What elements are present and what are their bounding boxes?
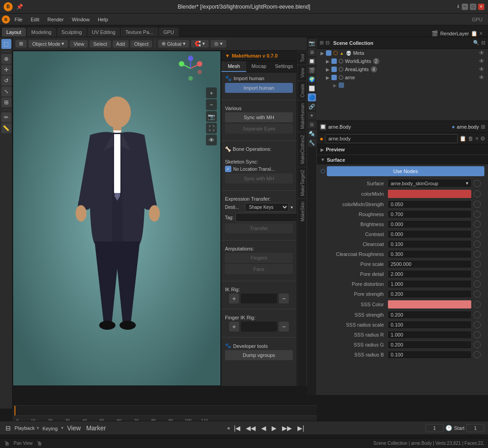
prop-sss-str-value[interactable]: 0.200 xyxy=(388,311,472,319)
side-tab-tool[interactable]: Tool xyxy=(297,51,306,65)
prop-pstr-value[interactable]: 0.200 xyxy=(388,290,472,298)
prop-colormixin-dot[interactable] xyxy=(474,190,481,198)
prop-brightness-dot[interactable] xyxy=(474,221,481,228)
marker-btn[interactable]: Marker xyxy=(84,424,108,433)
view-btn[interactable]: View xyxy=(70,40,88,48)
prop-contrast-dot[interactable] xyxy=(474,231,481,238)
close-button[interactable]: × xyxy=(478,4,484,10)
prop-constraints-icon[interactable]: 🔩 xyxy=(308,130,316,138)
prop-sss-g-value[interactable]: 0.200 xyxy=(388,341,472,349)
sc-arne-checkbox[interactable] xyxy=(331,75,337,80)
tab-uv-editing[interactable]: UV Editing xyxy=(87,28,120,37)
menu-blender-logo[interactable]: B xyxy=(2,15,10,24)
zoom-out-btn[interactable]: − xyxy=(206,99,217,110)
maximize-button[interactable]: □ xyxy=(470,4,476,10)
prop-colormixin-color[interactable] xyxy=(388,189,472,198)
prop-ps-value[interactable]: 2500.000 xyxy=(388,260,472,268)
tab-sculpting[interactable]: Sculpting xyxy=(57,28,86,37)
tab-mocap[interactable]: Mocap xyxy=(246,61,271,72)
object-mode-btn[interactable]: Object Mode ▾ xyxy=(29,40,68,48)
side-tab-makeskin[interactable]: MakeSkin xyxy=(297,198,306,224)
tag-input[interactable] xyxy=(235,213,297,222)
prop-output-icon[interactable]: 🖥 xyxy=(308,48,316,56)
prop-sss-g-dot[interactable] xyxy=(474,341,481,348)
jump-start-btn[interactable]: |◀ xyxy=(232,424,243,433)
finger-ik-minus[interactable]: − xyxy=(279,322,289,332)
sc-meta-eye[interactable]: 👁 xyxy=(479,50,484,56)
ik-rig-minus[interactable]: − xyxy=(279,294,289,303)
prop-brightness-value[interactable]: 0.000 xyxy=(388,220,472,228)
select-box-tool[interactable]: ⬚ xyxy=(1,39,11,49)
tab-settings[interactable]: Settings xyxy=(272,61,297,72)
snap-btn[interactable]: 🧲 ▾ xyxy=(191,40,209,48)
menu-window[interactable]: Window xyxy=(68,15,93,24)
tab-mesh[interactable]: Mesh xyxy=(221,61,246,72)
prop-sss-color-swatch[interactable] xyxy=(388,300,472,309)
viewport[interactable]: X Y Z + − 📷 ⛶ 👁 xyxy=(13,51,221,386)
menu-help[interactable]: Help xyxy=(94,15,112,24)
start-frame-input[interactable] xyxy=(466,424,484,432)
prop-render-icon[interactable]: 📷 xyxy=(308,39,316,47)
sync-mh-btn[interactable]: Sync with MH xyxy=(225,112,293,122)
obj-right-action[interactable]: ⊞ xyxy=(481,124,485,130)
no-location-checkbox[interactable]: ✓ xyxy=(225,166,231,172)
mat-name-input[interactable] xyxy=(325,134,458,143)
surface-header[interactable]: ▼ Surface xyxy=(317,154,488,164)
measure-tool[interactable]: 📏 xyxy=(1,123,11,133)
sc-item-arnebody-partial[interactable]: ▶ xyxy=(317,82,488,89)
annotate-tool[interactable]: ✏ xyxy=(1,112,11,122)
prop-object-icon[interactable]: ⬜ xyxy=(308,84,316,92)
dump-vgroups-btn[interactable]: Dump vgroups xyxy=(225,350,293,360)
prop-surface-value[interactable]: arne.body_skinGroup ▾ xyxy=(388,179,472,188)
scale-tool[interactable]: ⤡ xyxy=(1,87,11,96)
prop-pd-value[interactable]: 2.000 xyxy=(388,270,472,278)
prop-sss-b-value[interactable]: 0.100 xyxy=(388,351,472,359)
sc-item-arealights[interactable]: ▶ ⬡ AreaLights 4 👁 xyxy=(317,65,488,73)
select-btn[interactable]: Select xyxy=(90,40,111,48)
mat-x-icon[interactable]: × xyxy=(475,135,478,142)
prop-pdist-value[interactable]: 1.000 xyxy=(388,280,472,288)
prop-particles-icon[interactable]: ✦ xyxy=(308,111,316,120)
step-forward-btn[interactable]: ▶▶ xyxy=(280,424,294,433)
prop-scene-icon[interactable]: 🎬 xyxy=(308,66,316,74)
prop-pd-dot[interactable] xyxy=(474,270,481,278)
mat-copy-icon[interactable]: 📋 xyxy=(459,135,466,142)
sc-item-arne[interactable]: ▶ ⬡ arne 👁 xyxy=(317,73,488,82)
side-tab-create[interactable]: Create xyxy=(297,81,306,100)
prop-world-icon[interactable]: 🌍 xyxy=(308,75,316,83)
prop-cr-dot[interactable] xyxy=(474,250,481,258)
mat-settings-icon[interactable]: ⚙ xyxy=(480,135,485,142)
preview-header[interactable]: ▶ Preview xyxy=(317,145,488,154)
prop-cms-dot[interactable] xyxy=(474,201,481,208)
play-btn[interactable]: ▶ xyxy=(270,424,278,433)
prop-modifier-icon[interactable]: 🔧 xyxy=(308,139,316,147)
prop-clearcoat-value[interactable]: 0.100 xyxy=(388,240,472,248)
sc-arnebody-checkbox[interactable] xyxy=(339,82,344,88)
camera-btn[interactable]: 📷 xyxy=(206,111,217,122)
add-btn[interactable]: Add xyxy=(113,40,129,48)
cursor-tool[interactable]: ⊕ xyxy=(1,54,11,64)
tab-modeling[interactable]: Modeling xyxy=(27,28,56,37)
transfer-btn[interactable]: Transfer xyxy=(225,223,293,233)
render-layer-close[interactable]: × xyxy=(479,30,483,37)
prop-sss-rs-value[interactable]: 0.100 xyxy=(388,321,472,329)
tab-texture-paint[interactable]: Texture Pa... xyxy=(121,28,158,37)
pin-icon[interactable]: 📌 xyxy=(16,4,23,10)
finger-ik-plus[interactable]: + xyxy=(229,322,239,332)
jump-end-btn[interactable]: ▶| xyxy=(296,424,306,433)
mat-delete-icon[interactable]: 🗑 xyxy=(468,135,474,142)
prop-sss-r-dot[interactable] xyxy=(474,331,481,338)
prop-view-layer-icon[interactable]: 🔲 xyxy=(308,57,316,65)
fingers-btn[interactable]: Fingers xyxy=(225,253,293,263)
sc-wl-checkbox[interactable] xyxy=(331,58,337,64)
play-reverse-btn[interactable]: ◀ xyxy=(259,424,268,433)
keying-btn[interactable]: Keying xyxy=(41,424,60,433)
side-tab-maketarget[interactable]: MakeTarget2 xyxy=(297,167,306,199)
perspective-btn[interactable]: ⛶ xyxy=(206,123,217,134)
minimize-button[interactable]: − xyxy=(462,4,468,10)
step-back-btn[interactable]: ◀◀ xyxy=(244,424,258,433)
sc-item-worldlights[interactable]: ▶ ⬡ WorldLights 2 👁 xyxy=(317,57,488,65)
prop-roughness-dot[interactable] xyxy=(474,211,481,218)
prop-cms-value[interactable]: 0.050 xyxy=(388,200,472,208)
axis-gizmo[interactable]: X Y Z xyxy=(177,55,204,82)
